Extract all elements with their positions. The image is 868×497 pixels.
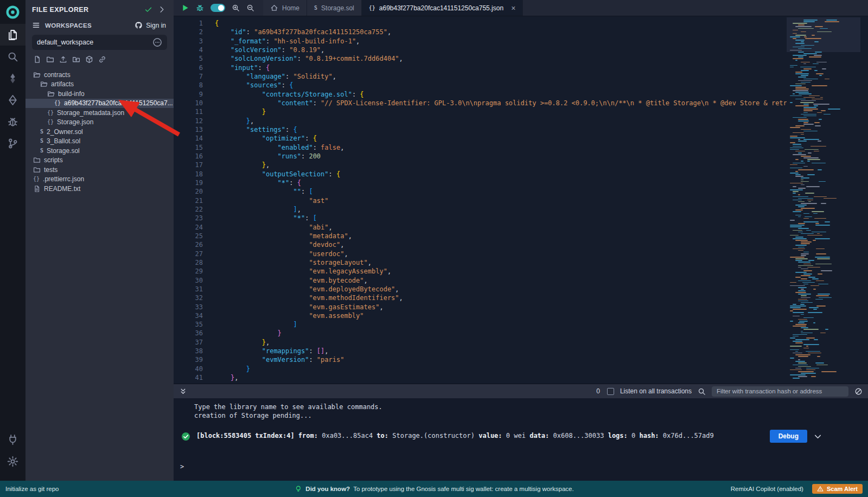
activity-file-explorer-button[interactable] (0, 24, 25, 46)
tree-item-prettierrc-json[interactable]: {}.prettierrc.json (25, 175, 174, 184)
code-line: 33 "evm.gasEstimates", (174, 303, 868, 311)
line-number: 31 (174, 285, 203, 294)
editor-mode-toggle[interactable] (210, 4, 225, 12)
tree-item-label: a69b43f277ba20fcac141151250ca7... (64, 99, 173, 107)
status-bar-right: RemixAI Copilot (enabled) Scam Alert (731, 484, 868, 494)
line-number: 16 (174, 152, 203, 161)
code-line: 13 "settings": { (174, 125, 868, 134)
line-number: 8 (174, 81, 203, 90)
activity-settings-button[interactable] (0, 450, 25, 472)
line-number: 41 (174, 373, 203, 382)
tree-item-artifacts[interactable]: artifacts (25, 80, 174, 90)
tab-label: Storage.sol (321, 4, 354, 12)
source-control-icon (7, 138, 18, 149)
filter-input[interactable] (712, 386, 848, 397)
tree-item-a69b43f277ba20fcac141151250ca7[interactable]: {}a69b43f277ba20fcac141151250ca7... (25, 99, 174, 109)
upload-file-icon[interactable] (59, 55, 67, 63)
run-script-button[interactable] (181, 4, 189, 12)
terminal-header: 0 Listen on all transactions (174, 384, 868, 398)
line-number: 2 (174, 28, 203, 36)
activity-debugger-button[interactable] (0, 111, 25, 132)
tree-item-build-info[interactable]: build-info (25, 89, 174, 99)
tree-item-storage-metadata-json[interactable]: {}Storage_metadata.json (25, 108, 174, 118)
code-line: 26 "devdoc", (174, 240, 868, 249)
tab-a69b43f277ba20fcac141151250ca755-json[interactable]: {}a69b43f277ba20fcac141151250ca755.json× (362, 0, 524, 16)
activity-solidity-compiler-button[interactable] (0, 67, 25, 89)
tree-item-scripts[interactable]: scripts (25, 156, 174, 165)
line-number: 1 (174, 19, 203, 28)
line-number: 36 (174, 329, 203, 337)
line-number: 39 (174, 355, 203, 364)
transaction-row[interactable]: [block:5583405 txIndex:4] from: 0xa03...… (181, 430, 822, 443)
transaction-log: [block:5583405 txIndex:4] from: 0xa03...… (196, 432, 714, 441)
git-init-button[interactable]: Initialize as git repo (0, 486, 59, 492)
main-area: HomeSStorage.sol{}a69b43f277ba20fcac1411… (174, 0, 868, 481)
copilot-status[interactable]: RemixAI Copilot (enabled) (731, 486, 803, 492)
clear-console-icon[interactable] (854, 387, 863, 396)
code-line: 22 ], (174, 205, 868, 214)
sign-in-button[interactable]: Sign in (135, 21, 166, 29)
remix-logo[interactable] (5, 5, 20, 22)
tree-item-2-owner-sol[interactable]: S2_Owner.sol (25, 127, 174, 137)
terminal-prompt[interactable]: > (180, 463, 184, 471)
activity-plugin-manager-button[interactable] (0, 429, 25, 450)
publish-to-ipfs-icon[interactable] (85, 55, 93, 63)
code-line: 38 "remappings": [], (174, 347, 868, 355)
debug-button[interactable]: Debug (770, 430, 807, 443)
tree-item-storage-json[interactable]: {}Storage.json (25, 118, 174, 128)
expand-transaction-icon[interactable] (813, 432, 822, 441)
file-type-icon: S (40, 148, 43, 154)
code-line: 14 "optimizer": { (174, 134, 868, 143)
tree-item-contracts[interactable]: contracts (25, 70, 174, 80)
code-line: 1{ (174, 19, 868, 28)
minimap[interactable] (787, 16, 868, 384)
transaction-count-badge: 0 (596, 387, 600, 395)
code-editor[interactable]: 1{2 "id": "a69b43f277ba20fcac141151250ca… (174, 16, 868, 384)
line-number: 34 (174, 311, 203, 320)
workspace-select[interactable]: default_workspace (32, 35, 167, 50)
line-number: 22 (174, 205, 203, 214)
chevron-right-icon[interactable] (158, 5, 166, 14)
line-number: 37 (174, 338, 203, 347)
collapse-terminal-button[interactable] (179, 387, 187, 396)
tab-home[interactable]: Home (263, 0, 307, 16)
listen-all-label: Listen on all transactions (620, 387, 692, 395)
tree-item-readme-txt[interactable]: README.txt (25, 184, 174, 194)
code-line: 35 ] (174, 320, 868, 329)
folder-icon (33, 71, 41, 79)
upload-folder-icon[interactable] (72, 55, 80, 63)
code-line: 19 "*": { (174, 179, 868, 187)
terminal: 0 Listen on all transactions Type the li… (174, 384, 868, 481)
activity-search-button[interactable] (0, 46, 25, 67)
create-file-icon[interactable] (33, 55, 41, 63)
close-icon[interactable]: × (511, 4, 515, 12)
hamburger-menu-icon[interactable] (32, 21, 40, 29)
terminal-body: Type the library name to see available c… (174, 398, 868, 481)
tab-label: a69b43f277ba20fcac141151250ca755.json (379, 4, 503, 12)
file-type-icon: {} (47, 119, 54, 125)
debug-button[interactable] (196, 4, 204, 12)
listen-all-checkbox[interactable] (607, 388, 614, 395)
publish-to-gist-icon[interactable] (98, 55, 106, 63)
tree-item-3-ballot-sol[interactable]: S3_Ballot.sol (25, 137, 174, 146)
code-line: 24 "abi", (174, 223, 868, 232)
panel-header: FILE EXPLORER (25, 0, 174, 17)
file-toolbar (25, 50, 174, 66)
scam-alert-badge[interactable]: Scam Alert (812, 484, 863, 494)
zoom-out-button[interactable] (246, 4, 254, 12)
activity-deploy-and-run-button[interactable] (0, 89, 25, 111)
bulb-icon (294, 485, 302, 493)
tree-item-label: 2_Owner.sol (47, 128, 83, 136)
tree-item-storage-sol[interactable]: SStorage.sol (25, 146, 174, 156)
workspace-options-icon[interactable] (152, 37, 162, 47)
tree-item-tests[interactable]: tests (25, 165, 174, 175)
tab-label: Home (282, 4, 299, 12)
terminal-logs: Type the library name to see available c… (194, 403, 868, 420)
create-folder-icon[interactable] (46, 55, 54, 63)
activity-source-control-button[interactable] (0, 132, 25, 154)
tab-storage-sol[interactable]: SStorage.sol (307, 0, 362, 16)
tree-item-label: .prettierrc.json (43, 175, 84, 183)
toggle-knob (218, 5, 224, 11)
zoom-in-button[interactable] (232, 4, 240, 12)
code-line: 17 }, (174, 161, 868, 169)
